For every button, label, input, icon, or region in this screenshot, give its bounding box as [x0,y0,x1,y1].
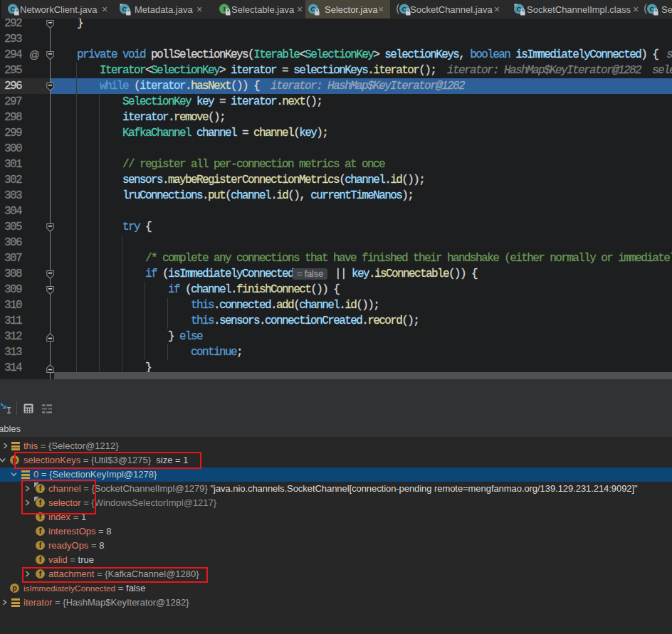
svg-text:I: I [224,5,226,13]
